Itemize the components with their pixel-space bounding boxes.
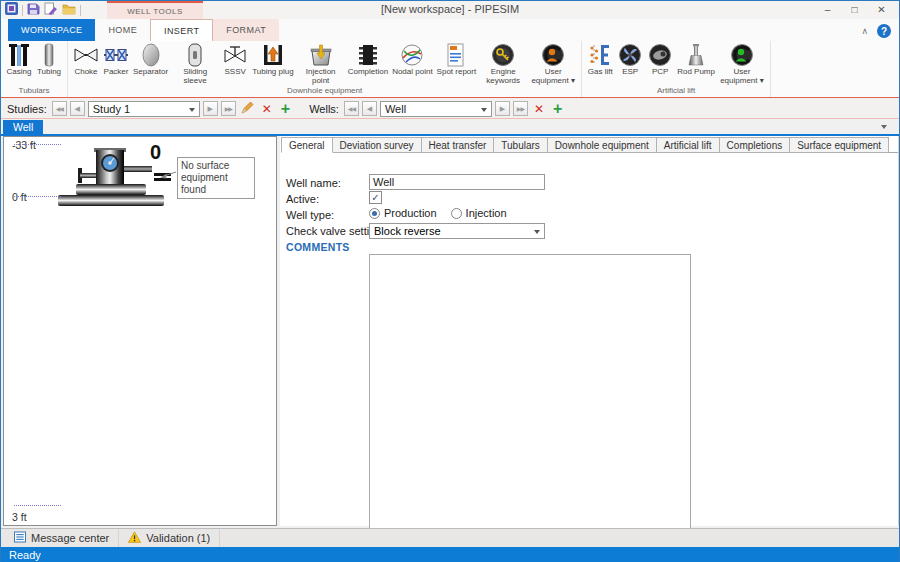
spot-report-icon — [443, 42, 469, 68]
well-name-label: Well name: — [286, 177, 341, 189]
ribbon-button-engine-keywords[interactable]: Engine keywords — [478, 41, 528, 86]
well-select[interactable]: Well — [380, 101, 492, 117]
well-schematic-panel[interactable]: -33 ft 0 No surface equipment fo — [3, 136, 277, 526]
tab-tubulars[interactable]: Tubulars — [494, 137, 548, 153]
packer-icon — [103, 42, 129, 68]
wells-last-button[interactable]: ▶▶ — [513, 101, 528, 116]
tubing-plug-icon — [260, 42, 286, 68]
wells-next-button[interactable]: ▶ — [495, 101, 510, 116]
window-title: [New workspace] - PIPESIM — [251, 3, 649, 15]
injection-radio-label: Injection — [466, 207, 507, 219]
open-folder-icon[interactable] — [62, 1, 76, 19]
wells-label: Wells: — [309, 103, 339, 115]
warning-icon — [128, 531, 141, 545]
studies-label: Studies: — [7, 103, 47, 115]
studies-first-button[interactable]: ◀◀ — [52, 101, 67, 116]
document-tabs-menu-icon[interactable] — [881, 125, 887, 129]
sssv-icon — [222, 42, 248, 68]
ribbon-button-packer[interactable]: Packer — [101, 41, 131, 77]
active-checkbox[interactable]: ✓ — [369, 191, 382, 204]
study-select[interactable]: Study 1 — [88, 101, 200, 117]
ribbon-button-label: Nodal point — [392, 68, 432, 77]
ribbon-button-esp[interactable]: ESP — [615, 41, 645, 77]
ribbon-button-label: SSSV — [224, 68, 245, 77]
ribbon-tab-row: WORKSPACE HOME INSERT FORMAT ∧ ? — [1, 19, 899, 41]
help-icon[interactable]: ? — [877, 24, 891, 38]
pcp-icon — [647, 42, 673, 68]
tab-completions[interactable]: Completions — [720, 137, 791, 153]
injection-point-icon — [308, 42, 334, 68]
ribbon-button-tubing-plug[interactable]: Tubing plug — [250, 41, 296, 77]
property-tabs: General Deviation survey Heat transfer T… — [281, 137, 898, 153]
ribbon-button-rod-pump[interactable]: Rod Pump — [675, 41, 717, 77]
chevron-down-icon — [534, 230, 540, 234]
bottom-tab-bar: Message center Validation (1) — [1, 528, 899, 547]
injection-radio[interactable]: Injection — [451, 207, 507, 219]
comments-textarea[interactable] — [369, 254, 691, 536]
well-type-radio-group: Production Injection — [369, 207, 507, 219]
tab-surface-equipment[interactable]: Surface equipment — [790, 137, 889, 153]
ribbon-button-choke[interactable]: Choke — [71, 41, 101, 77]
wells-previous-button[interactable]: ◀ — [362, 101, 377, 116]
wells-first-button[interactable]: ◀◀ — [344, 101, 359, 116]
pipesim-app-icon[interactable] — [5, 1, 18, 19]
contextual-tab-well-tools[interactable]: WELL TOOLS — [107, 1, 203, 19]
tab-home[interactable]: HOME — [95, 19, 150, 41]
add-study-button[interactable]: + — [278, 102, 293, 116]
minimize-button[interactable]: – — [814, 1, 841, 17]
depth-marker-surface: 0 ft — [12, 191, 27, 203]
ribbon-button-pcp[interactable]: PCP — [645, 41, 675, 77]
ribbon-group-tubulars: Casing Tubing Tubulars — [1, 41, 68, 97]
title-bar: WELL TOOLS [New workspace] - PIPESIM – □… — [1, 1, 899, 19]
production-radio[interactable]: Production — [369, 207, 437, 219]
validation-tab[interactable]: Validation (1) — [119, 529, 220, 547]
tab-workspace[interactable]: WORKSPACE — [8, 19, 95, 41]
check-valve-value: Block reverse — [374, 225, 441, 237]
save-icon[interactable] — [27, 1, 40, 19]
ribbon-button-nodal-point[interactable]: Nodal point — [390, 41, 434, 77]
tab-format[interactable]: FORMAT — [213, 19, 279, 41]
ribbon-button-label: Sliding sleeve — [172, 68, 218, 86]
collapse-ribbon-icon[interactable]: ∧ — [861, 26, 868, 36]
ribbon-button-user-equipment-downhole[interactable]: User equipment ▾ — [528, 41, 578, 86]
edit-document-icon[interactable] — [44, 1, 58, 19]
separator-icon — [138, 42, 164, 68]
close-button[interactable]: ✕ — [868, 1, 895, 17]
well-type-label: Well type: — [286, 209, 334, 221]
ribbon-button-spot-report[interactable]: Spot report — [435, 41, 479, 77]
ribbon-button-user-equipment-lift[interactable]: User equipment ▾ — [717, 41, 767, 86]
ribbon-button-separator[interactable]: Separator — [131, 41, 170, 77]
message-center-tab[interactable]: Message center — [5, 529, 119, 547]
tab-downhole-equipment[interactable]: Downhole equipment — [548, 137, 657, 153]
active-label: Active: — [286, 193, 319, 205]
ribbon-button-casing[interactable]: Casing — [4, 41, 34, 77]
tab-heat-transfer[interactable]: Heat transfer — [422, 137, 495, 153]
document-tab-bar: Well — [1, 119, 899, 136]
ribbon-button-completion[interactable]: Completion — [346, 41, 390, 77]
edit-study-icon[interactable] — [239, 101, 256, 116]
ribbon-button-injection-point[interactable]: Injection point — [296, 41, 346, 86]
document-tab-well[interactable]: Well — [3, 120, 43, 134]
studies-next-button[interactable]: ▶ — [203, 101, 218, 116]
qat-customize-icon[interactable] — [85, 1, 91, 19]
studies-previous-button[interactable]: ◀ — [70, 101, 85, 116]
tab-artificial-lift[interactable]: Artificial lift — [657, 137, 720, 153]
ribbon-button-sssv[interactable]: SSSV — [220, 41, 250, 77]
tab-insert[interactable]: INSERT — [150, 19, 213, 41]
maximize-button[interactable]: □ — [841, 1, 868, 17]
study-select-value: Study 1 — [93, 103, 130, 115]
add-well-button[interactable]: + — [550, 102, 565, 116]
delete-well-button[interactable]: ✕ — [531, 102, 547, 116]
ribbon-button-sliding-sleeve[interactable]: Sliding sleeve — [170, 41, 220, 86]
ribbon-button-tubing[interactable]: Tubing — [34, 41, 64, 77]
well-name-input[interactable] — [369, 174, 545, 190]
ribbon-button-gas-lift[interactable]: Gas lift — [585, 41, 615, 77]
check-valve-select[interactable]: Block reverse — [369, 223, 545, 239]
delete-study-button[interactable]: ✕ — [259, 102, 275, 116]
tab-deviation-survey[interactable]: Deviation survey — [333, 137, 422, 153]
pipesim-window: WELL TOOLS [New workspace] - PIPESIM – □… — [0, 0, 900, 562]
tab-general[interactable]: General — [281, 137, 333, 153]
gas-lift-icon — [587, 42, 613, 68]
studies-last-button[interactable]: ▶▶ — [221, 101, 236, 116]
well-select-value: Well — [385, 103, 406, 115]
